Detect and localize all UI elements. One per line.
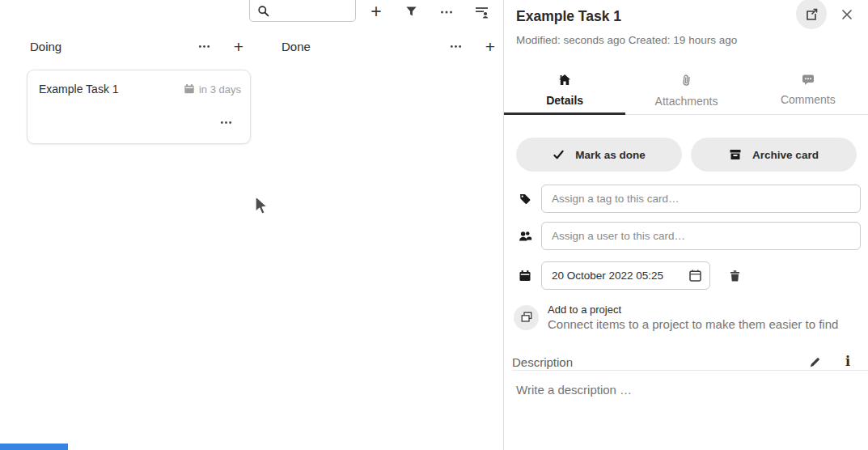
date-picker-button[interactable] (688, 269, 702, 282)
filter-icon (405, 6, 417, 18)
tab-attachments[interactable]: Attachments (625, 69, 747, 114)
description-header: Description i (512, 354, 868, 371)
pencil-icon (809, 356, 821, 368)
tag-icon (516, 193, 534, 206)
assign-user-input[interactable] (541, 222, 861, 250)
archive-icon (729, 148, 742, 161)
column-title: Done (282, 40, 311, 53)
description-placeholder[interactable]: Write a description … (516, 383, 632, 397)
column-menu-button[interactable] (443, 36, 468, 57)
card-due-date: in 3 days (184, 83, 241, 96)
open-in-window-button[interactable] (796, 0, 827, 29)
calendar-outline-icon (688, 269, 702, 282)
card-title: Example Task 1 (39, 83, 184, 96)
close-panel-button[interactable] (836, 5, 857, 24)
project-row-subtitle: Connect items to a project to make them … (548, 317, 838, 331)
project-row-title: Add to a project (548, 304, 838, 316)
add-card-button[interactable]: + (478, 36, 502, 57)
card-actions: Mark as done Archive card (516, 138, 857, 172)
more-dots-icon (198, 40, 210, 53)
mark-as-done-button[interactable]: Mark as done (516, 138, 682, 172)
panel-title: Example Task 1 (516, 8, 621, 25)
calendar-icon (184, 83, 195, 95)
tab-comments[interactable]: Comments (747, 69, 868, 114)
due-date-field[interactable]: 20 October 2022 05:25 (541, 261, 710, 290)
tab-details[interactable]: Details (504, 69, 625, 114)
mark-as-done-label: Mark as done (575, 149, 645, 161)
card-details-panel: Example Task 1 Modified: seconds ago Cre… (503, 0, 868, 450)
users-icon (516, 230, 534, 242)
panel-tabs: Details Attachments Comments (504, 69, 868, 115)
remove-date-button[interactable] (729, 270, 741, 282)
edit-description-button[interactable] (807, 354, 823, 370)
sort-list-person-icon (475, 6, 489, 19)
tab-label: Comments (781, 93, 836, 106)
sort-by-user-button[interactable] (468, 0, 494, 23)
user-row (516, 222, 861, 250)
search-icon (257, 5, 270, 18)
close-icon (841, 9, 853, 20)
due-date-value: 20 October 2022 05:25 (552, 270, 688, 282)
calendar-icon (516, 270, 534, 282)
search-input[interactable] (273, 2, 352, 19)
add-list-button[interactable]: + (363, 0, 389, 23)
filter-button[interactable] (398, 0, 424, 23)
tag-row (516, 185, 861, 213)
card-due-label: in 3 days (199, 83, 241, 96)
add-to-project-row[interactable]: Add to a project Connect items to a proj… (514, 304, 862, 331)
home-icon (558, 74, 571, 87)
archive-card-button[interactable]: Archive card (691, 138, 857, 172)
trash-icon (729, 270, 741, 282)
column-header-doing: Doing + (30, 36, 251, 57)
more-dots-icon (440, 6, 453, 19)
add-card-button[interactable]: + (227, 36, 251, 57)
accent-progress-bar (0, 444, 68, 450)
tab-label: Details (546, 94, 583, 107)
project-frames-icon (514, 305, 539, 330)
description-info-button[interactable]: i (840, 354, 856, 370)
tab-label: Attachments (655, 95, 718, 108)
column-header-done: Done + (282, 36, 502, 57)
board-menu-button[interactable] (434, 0, 459, 23)
card-menu-button[interactable] (214, 112, 238, 133)
paperclip-icon (680, 73, 693, 87)
external-link-icon (805, 7, 819, 21)
plus-icon: + (370, 2, 381, 21)
assign-tag-input[interactable] (541, 185, 861, 213)
column-menu-button[interactable] (192, 36, 216, 57)
task-card[interactable]: Example Task 1 in 3 days (27, 70, 251, 144)
search-box[interactable] (249, 0, 356, 22)
more-dots-icon (220, 117, 232, 129)
more-dots-icon (450, 40, 462, 53)
plus-icon: + (485, 38, 495, 55)
info-icon: i (845, 355, 850, 368)
description-label: Description (512, 355, 807, 369)
column-title: Doing (30, 40, 61, 53)
kanban-board: + Doing + (0, 0, 503, 450)
comment-bubble-icon (802, 74, 815, 86)
panel-meta: Modified: seconds ago Created: 19 hours … (516, 34, 737, 46)
archive-card-label: Archive card (752, 149, 819, 161)
plus-icon: + (234, 38, 243, 55)
mouse-cursor (254, 195, 269, 217)
due-date-row: 20 October 2022 05:25 (516, 261, 861, 290)
checkmark-icon (553, 149, 565, 160)
